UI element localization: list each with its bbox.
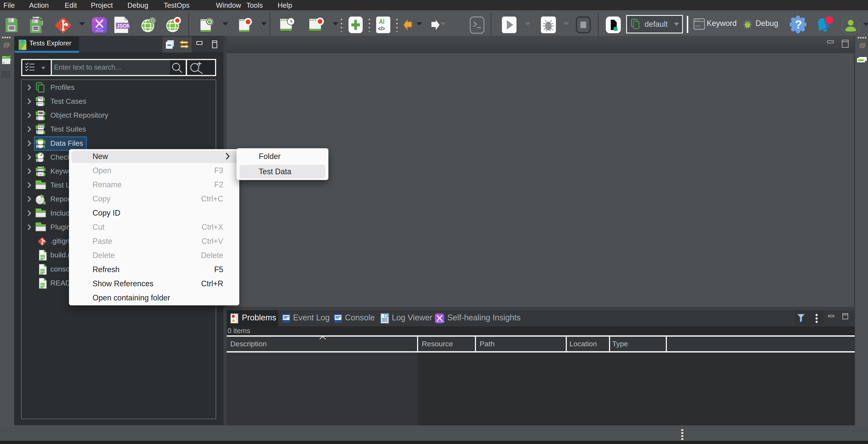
svg-text:</>: </> bbox=[695, 24, 701, 28]
svg-text:SELF-HEALING: SELF-HEALING bbox=[437, 321, 444, 322]
svg-text:SELF-: SELF- bbox=[97, 28, 102, 30]
svg-text:JSON: JSON bbox=[117, 23, 129, 29]
svg-text:LOG: LOG bbox=[384, 315, 389, 317]
svg-text:?: ? bbox=[795, 18, 802, 31]
svg-text:HEALING: HEALING bbox=[96, 30, 103, 32]
svg-text:TESTS: TESTS bbox=[3, 59, 9, 61]
svg-text:AI: AI bbox=[379, 18, 384, 25]
svg-text:</>: </> bbox=[378, 25, 385, 31]
